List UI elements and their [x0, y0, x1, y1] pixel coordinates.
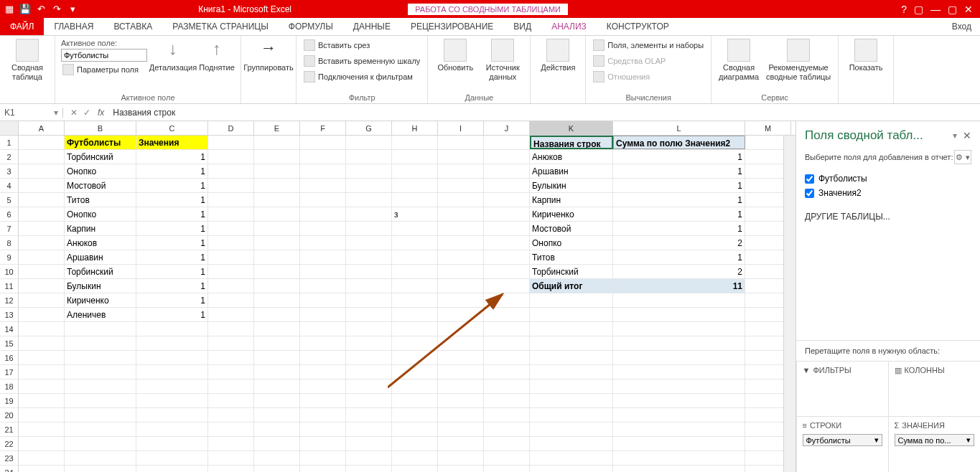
cell[interactable] — [346, 351, 392, 364]
row-header[interactable]: 16 — [0, 351, 19, 364]
row-header[interactable]: 5 — [0, 193, 19, 207]
maximize-icon[interactable]: ▢ — [948, 4, 957, 15]
cell[interactable] — [346, 179, 392, 192]
cell[interactable] — [254, 336, 300, 350]
cell[interactable] — [438, 179, 484, 192]
cell[interactable] — [136, 394, 208, 407]
cell[interactable]: Аленичев — [65, 308, 136, 321]
cell[interactable] — [484, 136, 530, 149]
area-columns[interactable]: ▥КОЛОННЫ — [888, 361, 981, 417]
cell[interactable] — [136, 365, 208, 379]
cell[interactable] — [300, 394, 346, 407]
chevron-down-icon[interactable]: ▾ — [54, 108, 58, 118]
cell[interactable] — [346, 336, 392, 350]
cell[interactable] — [613, 365, 745, 379]
cell[interactable] — [438, 423, 484, 436]
cell[interactable]: 1 — [136, 164, 208, 178]
chevron-down-icon[interactable]: ▾ — [966, 435, 971, 445]
cell[interactable] — [136, 423, 208, 436]
cell[interactable] — [136, 379, 208, 393]
cell[interactable] — [530, 451, 613, 465]
cell[interactable]: Значения — [136, 136, 208, 149]
col-header[interactable]: E — [254, 121, 300, 135]
cell[interactable] — [438, 308, 484, 321]
row-header[interactable]: 1 — [0, 136, 19, 149]
cell[interactable] — [19, 466, 65, 472]
tab-data[interactable]: ДАННЫЕ — [343, 18, 401, 35]
cell[interactable]: Названия строк▾ — [530, 136, 613, 149]
cell[interactable]: 1 — [613, 179, 745, 192]
cell[interactable]: Аршавин — [530, 164, 613, 178]
cell[interactable] — [346, 207, 392, 221]
cell[interactable] — [438, 207, 484, 221]
cell[interactable] — [19, 179, 65, 192]
row-header[interactable]: 19 — [0, 394, 19, 407]
cell[interactable] — [208, 279, 254, 293]
cell[interactable] — [346, 308, 392, 321]
cell[interactable] — [346, 293, 392, 307]
cell[interactable] — [346, 236, 392, 250]
cell[interactable] — [484, 394, 530, 407]
cell[interactable] — [346, 250, 392, 264]
cell[interactable] — [438, 222, 484, 235]
row-header[interactable]: 10 — [0, 265, 19, 278]
cell[interactable] — [19, 423, 65, 436]
cell[interactable]: Мостовой — [530, 222, 613, 235]
field-item[interactable]: Значения2 — [805, 186, 971, 200]
tab-file[interactable]: ФАЙЛ — [0, 18, 44, 35]
cell[interactable]: 1 — [613, 207, 745, 221]
cell[interactable] — [19, 193, 65, 207]
cell[interactable] — [392, 351, 438, 364]
cell[interactable] — [19, 222, 65, 235]
cell[interactable] — [613, 408, 745, 422]
col-header[interactable]: A — [19, 121, 65, 135]
cell[interactable] — [208, 365, 254, 379]
cell[interactable] — [346, 408, 392, 422]
cell[interactable]: Булыкин — [65, 279, 136, 293]
cell[interactable] — [19, 279, 65, 293]
cell[interactable] — [530, 365, 613, 379]
close-icon[interactable]: ✕ — [964, 4, 973, 15]
cell[interactable] — [484, 365, 530, 379]
cell[interactable] — [438, 466, 484, 472]
col-header[interactable]: B — [65, 121, 136, 135]
cell[interactable] — [208, 379, 254, 393]
cell[interactable] — [136, 322, 208, 336]
cell[interactable] — [484, 466, 530, 472]
worksheet[interactable]: ABCDEFGHIJKLM 1ФутболистыЗначенияНазвани… — [0, 121, 795, 472]
cell[interactable]: 1 — [136, 279, 208, 293]
cell[interactable] — [613, 379, 745, 393]
filter-connections-button[interactable]: Подключения к фильтрам — [302, 70, 421, 83]
cell[interactable] — [346, 394, 392, 407]
cell[interactable] — [392, 250, 438, 264]
chevron-down-icon[interactable]: ▾ — [874, 435, 879, 445]
cell[interactable] — [613, 394, 745, 407]
row-header[interactable]: 13 — [0, 308, 19, 321]
cell[interactable] — [254, 365, 300, 379]
tab-review[interactable]: РЕЦЕНЗИРОВАНИЕ — [401, 18, 503, 35]
cell[interactable] — [208, 265, 254, 278]
cell[interactable] — [254, 408, 300, 422]
cell[interactable] — [484, 193, 530, 207]
cell[interactable] — [300, 336, 346, 350]
row-header[interactable]: 2 — [0, 150, 19, 164]
undo-icon[interactable]: ↶ — [34, 3, 47, 16]
cell[interactable] — [136, 408, 208, 422]
cell[interactable] — [208, 293, 254, 307]
cell[interactable]: Сумма по полю Значения2 — [613, 136, 745, 149]
cell[interactable] — [484, 451, 530, 465]
ribbon-display-icon[interactable]: ▢ — [914, 4, 923, 15]
row-header[interactable]: 9 — [0, 250, 19, 264]
cell[interactable]: 11 — [613, 279, 745, 293]
cell[interactable] — [136, 351, 208, 364]
cell[interactable] — [19, 308, 65, 321]
col-header[interactable]: M — [745, 121, 791, 135]
cell[interactable] — [300, 136, 346, 149]
cell[interactable] — [392, 365, 438, 379]
cell[interactable] — [346, 193, 392, 207]
cell[interactable] — [484, 222, 530, 235]
cell[interactable]: 1 — [136, 179, 208, 192]
cell[interactable] — [530, 423, 613, 436]
row-header[interactable]: 15 — [0, 336, 19, 350]
cell[interactable] — [392, 451, 438, 465]
